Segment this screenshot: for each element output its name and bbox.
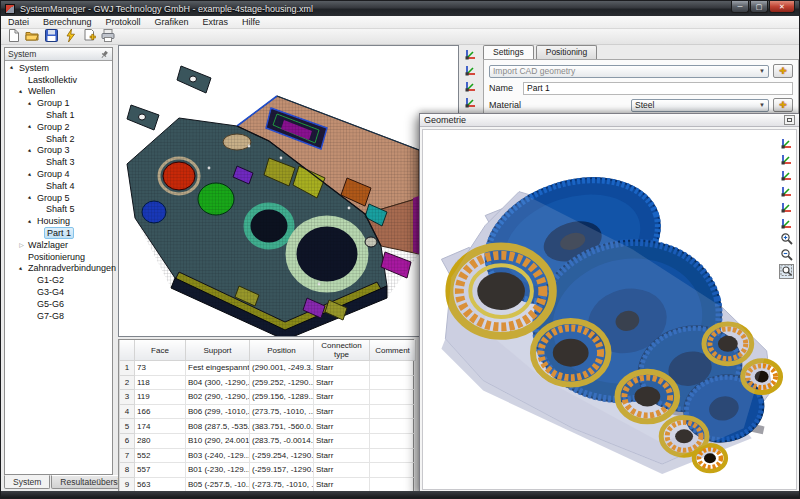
view-left-button[interactable] bbox=[779, 168, 794, 183]
tree-item-shaft-2[interactable]: Shaft 2 bbox=[5, 133, 112, 145]
system-tree: ▸SystemLastkollektiv▸Wellen▸Group 1Shaft… bbox=[5, 61, 112, 322]
tree-item-shaft-4[interactable]: Shaft 4 bbox=[5, 180, 112, 192]
tree-item-g1-g2[interactable]: G1-G2 bbox=[5, 274, 112, 286]
material-add-button[interactable]: ✚ bbox=[773, 98, 793, 112]
minimize-button[interactable]: ─ bbox=[731, 1, 749, 13]
table-cell: 3 bbox=[120, 390, 135, 405]
tree-item-lastkollektiv[interactable]: Lastkollektiv bbox=[5, 74, 112, 86]
table-cell: 5 bbox=[120, 419, 135, 434]
zoom-window-button[interactable] bbox=[779, 264, 794, 279]
view-bottom-button[interactable] bbox=[779, 200, 794, 215]
new-file-button[interactable] bbox=[4, 29, 22, 44]
table-cell: B06 (299, -1010,... bbox=[186, 404, 250, 419]
column-header-row-number[interactable] bbox=[120, 340, 135, 361]
tree-expander-icon[interactable]: ▷ bbox=[17, 241, 26, 248]
view-top-button[interactable] bbox=[779, 184, 794, 199]
column-header-Comment[interactable]: Comment bbox=[370, 340, 416, 361]
view-front-button[interactable] bbox=[463, 63, 478, 78]
view-top-button[interactable] bbox=[463, 95, 478, 110]
save-button[interactable] bbox=[42, 29, 60, 44]
view-iso-button[interactable] bbox=[779, 136, 794, 151]
tab-settings[interactable]: Settings bbox=[483, 45, 534, 59]
column-header-Position[interactable]: Position bbox=[250, 340, 314, 361]
tree-item-group-1[interactable]: ▸Group 1 bbox=[5, 97, 112, 109]
table-cell: 280 bbox=[135, 433, 186, 448]
chevron-down-icon: ▼ bbox=[755, 102, 765, 108]
tree-item-wellen[interactable]: ▸Wellen bbox=[5, 86, 112, 98]
tab-system[interactable]: System bbox=[4, 475, 50, 489]
column-header-Support[interactable]: Support bbox=[186, 340, 250, 361]
calculate-lightning-button[interactable] bbox=[61, 29, 79, 44]
tree-item-group-2[interactable]: ▸Group 2 bbox=[5, 121, 112, 133]
table-cell bbox=[370, 419, 416, 434]
table-cell: (383.751, -560.0... bbox=[250, 419, 314, 434]
geometry-viewport[interactable] bbox=[422, 129, 797, 490]
zoom-in-button[interactable] bbox=[779, 232, 794, 247]
menu-hilfe[interactable]: Hilfe bbox=[235, 16, 267, 28]
table-row[interactable]: 8557B01 (-230, -129...(-259.157, -1290..… bbox=[120, 463, 416, 478]
geometrie-window[interactable]: Geometrie bbox=[419, 113, 800, 493]
table-row[interactable]: 5174B08 (287.5, -535...(383.751, -560.0.… bbox=[120, 419, 416, 434]
column-header-Connection type[interactable]: Connection type bbox=[314, 340, 370, 361]
fem-mesh-viewport[interactable] bbox=[118, 45, 459, 337]
view-back-button[interactable] bbox=[779, 216, 794, 231]
close-button[interactable]: ✕ bbox=[769, 1, 795, 13]
tree-item-zahnradverbindungen[interactable]: ▸Zahnradverbindungen bbox=[5, 263, 112, 275]
import-cad-combo[interactable]: Import CAD geometry ▼ bbox=[489, 65, 769, 78]
menu-berechnung[interactable]: Berechnung bbox=[36, 16, 99, 28]
table-row[interactable]: 2118B04 (300, -1290,...(259.252, -1290..… bbox=[120, 375, 416, 390]
view-iso-icon bbox=[464, 47, 477, 63]
material-combo[interactable]: Steel ▼ bbox=[631, 99, 769, 112]
tree-item-group-5[interactable]: ▸Group 5 bbox=[5, 192, 112, 204]
maximize-button[interactable]: ▢ bbox=[750, 1, 768, 13]
tab-positioning[interactable]: Positioning bbox=[536, 45, 598, 59]
tree-item-shaft-3[interactable]: Shaft 3 bbox=[5, 156, 112, 168]
view-left-button[interactable] bbox=[463, 79, 478, 94]
table-row[interactable]: 4166B06 (299, -1010,...(273.75, -1010, .… bbox=[120, 404, 416, 419]
tree-item-shaft-1[interactable]: Shaft 1 bbox=[5, 109, 112, 121]
tree-item-system[interactable]: ▸System bbox=[5, 62, 112, 74]
tree-item-positionierung[interactable]: Positionierung bbox=[5, 251, 112, 263]
print-button[interactable] bbox=[99, 29, 117, 44]
menu-protokoll[interactable]: Protokoll bbox=[99, 16, 148, 28]
zoom-out-icon bbox=[780, 248, 793, 264]
open-folder-button[interactable] bbox=[23, 29, 41, 44]
tree-item-label: Wellen bbox=[26, 86, 57, 96]
menu-datei[interactable]: Datei bbox=[1, 16, 36, 28]
tree-item-g3-g4[interactable]: G3-G4 bbox=[5, 286, 112, 298]
table-cell: 6 bbox=[120, 433, 135, 448]
tree-panel-title: System bbox=[8, 49, 36, 59]
table-cell: Starr bbox=[314, 390, 370, 405]
import-add-button[interactable]: ✚ bbox=[773, 64, 793, 78]
view-iso-icon bbox=[780, 136, 793, 152]
tree-item-group-4[interactable]: ▸Group 4 bbox=[5, 168, 112, 180]
table-row[interactable]: 3119B02 (290, -1290,...(259.156, -1289..… bbox=[120, 390, 416, 405]
tree-item-g5-g6[interactable]: G5-G6 bbox=[5, 298, 112, 310]
pin-icon[interactable] bbox=[100, 50, 109, 59]
tree-item-part-1[interactable]: Part 1 bbox=[5, 227, 112, 239]
table-row[interactable]: 6280B10 (290, 24.001...(283.75, -0.0014.… bbox=[120, 433, 416, 448]
table-cell: Starr bbox=[314, 375, 370, 390]
float-window-button[interactable] bbox=[784, 115, 795, 125]
zoom-out-button[interactable] bbox=[779, 248, 794, 263]
tree-item-g7-g8[interactable]: G7-G8 bbox=[5, 310, 112, 322]
table-row[interactable]: 173Fest eingespannt(290.001, -249.3...St… bbox=[120, 361, 416, 376]
name-field[interactable]: Part 1 bbox=[523, 82, 793, 95]
geometrie-title-bar[interactable]: Geometrie bbox=[420, 114, 799, 127]
view-iso-button[interactable] bbox=[463, 47, 478, 62]
table-row[interactable]: 9563B05 (-257.5, -10...(-273.75, -1010, … bbox=[120, 477, 416, 492]
tree-item-shaft-5[interactable]: Shaft 5 bbox=[5, 204, 112, 216]
report-add-button[interactable] bbox=[80, 29, 98, 44]
tree-item-housing[interactable]: ▸Housing bbox=[5, 215, 112, 227]
menu-grafiken[interactable]: Grafiken bbox=[148, 16, 196, 28]
column-header-Face[interactable]: Face bbox=[135, 340, 186, 361]
meshed-housing-model bbox=[119, 46, 458, 336]
table-cell: 552 bbox=[135, 448, 186, 463]
table-row[interactable]: 7552B03 (-240, -129...(-259.254, -1290..… bbox=[120, 448, 416, 463]
title-bar[interactable]: SystemManager - GWJ Technology GmbH - ex… bbox=[1, 1, 800, 16]
supports-table-header[interactable]: FaceSupportPositionConnection typeCommen… bbox=[120, 340, 416, 361]
view-front-button[interactable] bbox=[779, 152, 794, 167]
menu-extras[interactable]: Extras bbox=[196, 16, 236, 28]
tree-item-wälzlager[interactable]: ▷Wälzlager bbox=[5, 239, 112, 251]
tree-item-group-3[interactable]: ▸Group 3 bbox=[5, 145, 112, 157]
